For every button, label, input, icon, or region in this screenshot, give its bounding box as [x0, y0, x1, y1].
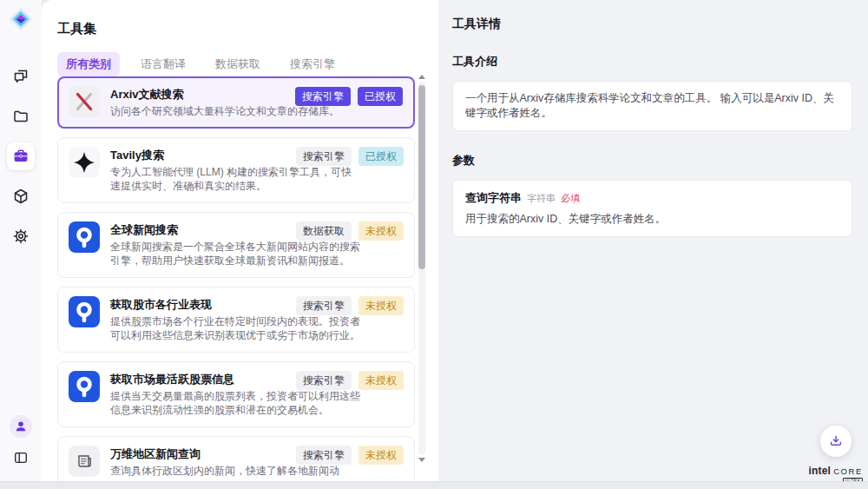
- tool-card[interactable]: Tavily搜索 专为人工智能代理 (LLM) 构建的搜索引擎工具，可快速提供实…: [57, 137, 415, 203]
- scrollbar-up-arrow[interactable]: [418, 75, 425, 79]
- news-q-icon: [69, 221, 100, 253]
- intro-heading: 工具介绍: [452, 54, 852, 69]
- intel-wordmark: intel: [808, 465, 831, 477]
- tools-panel: 工具集 所有类别语言翻译数据获取搜索引擎 Arxiv文献搜索 访问各个研究领域大…: [42, 0, 438, 481]
- tool-category-badge: 数据获取: [296, 221, 352, 241]
- download-button[interactable]: [820, 426, 852, 457]
- panel-toggle-icon[interactable]: [11, 448, 30, 467]
- intro-text: 一个用于从Arxiv存储库搜索科学论文和文章的工具。 输入可以是Arxiv ID…: [465, 92, 834, 119]
- arxiv-x-icon: [69, 86, 100, 117]
- scrollbar-down-arrow[interactable]: [418, 458, 425, 462]
- tool-auth-badge: 未授权: [358, 221, 404, 241]
- newspaper-icon: [75, 452, 94, 471]
- newspaper-icon: [69, 446, 100, 477]
- tool-list: Arxiv文献搜索 访问各个研究领域大量科学论文和文章的存储库。 搜索引擎 已授…: [57, 76, 415, 481]
- tool-card[interactable]: 万维地区新闻查询 查询具体行政区划内的新闻，快速了解各地新闻动 搜索引擎 未授权: [57, 436, 415, 482]
- category-tab[interactable]: 数据获取: [207, 52, 269, 76]
- category-tab[interactable]: 所有类别: [57, 52, 120, 76]
- tool-detail-panel: 工具详情 工具介绍 一个用于从Arxiv存储库搜索科学论文和文章的工具。 输入可…: [438, 0, 868, 481]
- tool-description: 专为人工智能代理 (LLM) 构建的搜索引擎工具，可快速提供实时、准确和真实的结…: [110, 165, 360, 194]
- category-tabs: 所有类别语言翻译数据获取搜索引擎: [57, 52, 438, 76]
- tool-card[interactable]: 获取股市各行业表现 提供股票市场各个行业在特定时间段内的表现。投资者可以利用这些…: [57, 287, 415, 353]
- tool-category-badge: 搜索引擎: [296, 147, 352, 166]
- window-bottom-edge: [0, 481, 868, 489]
- tool-category-badge: 搜索引擎: [296, 446, 352, 465]
- news-q-icon: [69, 296, 100, 327]
- category-tab[interactable]: 语言翻译: [132, 52, 194, 76]
- param-card: 查询字符串 字符串 必填 用于搜索的Arxiv ID、关键字或作者姓名。: [452, 180, 852, 237]
- params-heading: 参数: [452, 153, 852, 169]
- tool-description: 全球新闻搜索是一个聚合全球各大新闻网站内容的搜索引擎，帮助用户快速获取全球最新资…: [110, 240, 360, 268]
- tools-panel-title: 工具集: [42, 0, 438, 37]
- tool-card[interactable]: Arxiv文献搜索 访问各个研究领域大量科学论文和文章的存储库。 搜索引擎 已授…: [57, 76, 415, 129]
- tool-description: 提供当天交易量最高的股票列表，投资者可以利用这些信息来识别流动性强的股票和潜在的…: [110, 389, 360, 418]
- tool-auth-badge: 未授权: [358, 371, 404, 390]
- folder-icon[interactable]: [7, 102, 35, 130]
- user-avatar[interactable]: [10, 415, 32, 438]
- blue-q-icon: [69, 221, 100, 253]
- tool-auth-badge: 未授权: [358, 296, 404, 315]
- tool-description: 访问各个研究领域大量科学论文和文章的存储库。: [110, 104, 360, 119]
- settings-gear-icon[interactable]: [7, 222, 35, 250]
- param-head: 查询字符串 字符串 必填: [465, 190, 839, 206]
- toolbox-icon[interactable]: [7, 142, 35, 170]
- rail-nav: [0, 63, 42, 250]
- news-q-icon: [69, 371, 100, 402]
- cube-icon[interactable]: [7, 182, 35, 210]
- app-logo: [9, 7, 33, 31]
- tool-card[interactable]: 全球新闻搜索 全球新闻搜索是一个聚合全球各大新闻网站内容的搜索引擎，帮助用户快速…: [57, 212, 415, 278]
- tool-description: 提供股票市场各个行业在特定时间段内的表现。投资者可以利用这些信息来识别表现优于或…: [110, 314, 360, 343]
- chat-icon[interactable]: [7, 63, 35, 90]
- tool-auth-badge: 已授权: [358, 87, 403, 106]
- blue-q-icon: [69, 296, 100, 327]
- tool-auth-badge: 已授权: [358, 147, 404, 166]
- tool-category-badge: 搜索引擎: [296, 296, 352, 315]
- list-scrollbar[interactable]: [418, 73, 425, 464]
- param-name: 查询字符串: [465, 190, 522, 205]
- param-required-badge: 必填: [561, 191, 580, 206]
- arxiv-icon: [69, 86, 100, 117]
- param-description: 用于搜索的Arxiv ID、关键字或作者姓名。: [465, 212, 839, 227]
- core-wordmark: CORE: [833, 466, 863, 476]
- tool-category-badge: 搜索引擎: [295, 87, 351, 106]
- detail-title: 工具详情: [452, 17, 852, 32]
- tool-auth-badge: 未授权: [358, 446, 404, 465]
- rail-bottom: [0, 415, 42, 467]
- left-icon-rail: [0, 0, 42, 481]
- download-tray-icon: [827, 433, 845, 450]
- category-tab[interactable]: 搜索引擎: [281, 52, 344, 76]
- app-window: 工具集 所有类别语言翻译数据获取搜索引擎 Arxiv文献搜索 访问各个研究领域大…: [0, 0, 868, 489]
- intro-card: 一个用于从Arxiv存储库搜索科学论文和文章的工具。 输入可以是Arxiv ID…: [452, 81, 852, 131]
- tool-category-badge: 搜索引擎: [296, 371, 352, 390]
- tavily-icon: [69, 147, 100, 178]
- tavily-star-icon: [69, 147, 100, 178]
- param-type: 字符串: [527, 191, 556, 206]
- tool-card[interactable]: 获取市场最活跃股票信息 提供当天交易量最高的股票列表，投资者可以利用这些信息来识…: [57, 361, 415, 427]
- tool-description: 查询具体行政区划内的新闻，快速了解各地新闻动: [110, 464, 360, 479]
- scrollbar-thumb[interactable]: [418, 85, 425, 269]
- blue-q-icon: [69, 371, 100, 402]
